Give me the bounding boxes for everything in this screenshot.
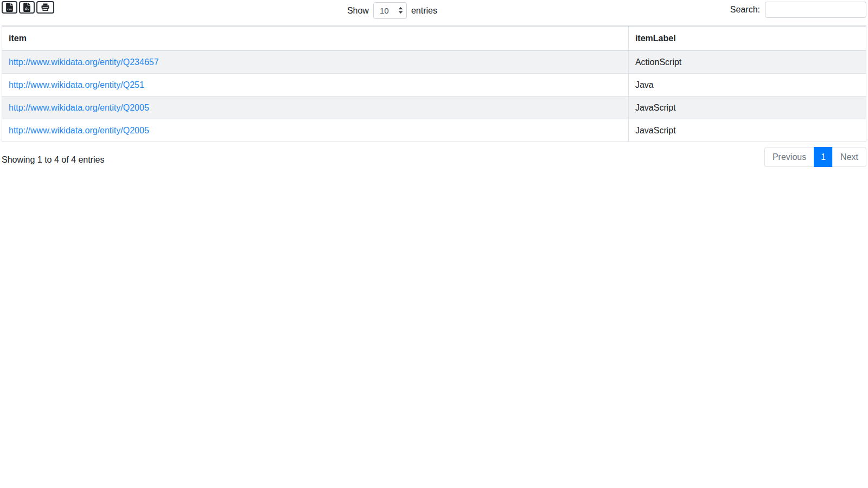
next-page-button[interactable]: Next: [832, 147, 866, 167]
table-row: http://www.wikidata.org/entity/Q2005Java…: [2, 119, 866, 142]
pdf-export-button[interactable]: [19, 1, 35, 14]
item-label-cell: ActionScript: [628, 50, 866, 74]
table-header: item itemLabel: [2, 26, 866, 50]
page-length-control: Show 10 entries: [54, 1, 730, 19]
search-label: Search:: [730, 5, 760, 15]
export-button-group: csv: [2, 1, 54, 14]
item-url-cell: http://www.wikidata.org/entity/Q2005: [2, 119, 629, 142]
print-button[interactable]: [36, 1, 54, 14]
print-icon: [41, 3, 50, 12]
item-url-cell: http://www.wikidata.org/entity/Q251: [2, 74, 629, 97]
item-url-link[interactable]: http://www.wikidata.org/entity/Q251: [9, 80, 144, 89]
item-label-cell: Java: [628, 74, 866, 97]
table-row: http://www.wikidata.org/entity/Q2005Java…: [2, 97, 866, 119]
table-row: http://www.wikidata.org/entity/Q234657Ac…: [2, 50, 866, 74]
item-url-link[interactable]: http://www.wikidata.org/entity/Q234657: [9, 57, 159, 67]
item-url-link[interactable]: http://www.wikidata.org/entity/Q2005: [9, 103, 149, 112]
file-pdf-icon: [23, 3, 30, 12]
column-header-item: item: [2, 26, 629, 50]
length-label-after: entries: [411, 6, 437, 16]
page-length-select[interactable]: 10: [373, 2, 407, 19]
datatable-wrapper: csv: [0, 0, 868, 167]
csv-export-button[interactable]: csv: [2, 1, 17, 14]
results-table: item itemLabel http://www.wikidata.org/e…: [2, 25, 866, 142]
table-header-row: item itemLabel: [2, 26, 866, 50]
table-footer: Showing 1 to 4 of 4 entries Previous 1 N…: [2, 147, 866, 167]
table-controls: csv: [2, 1, 866, 19]
item-url-link[interactable]: http://www.wikidata.org/entity/Q2005: [9, 126, 149, 135]
column-header-itemlabel: itemLabel: [628, 26, 866, 50]
entries-info-text: Showing 1 to 4 of 4 entries: [2, 150, 104, 165]
table-body: http://www.wikidata.org/entity/Q234657Ac…: [2, 50, 866, 142]
item-label-cell: JavaScript: [628, 97, 866, 119]
svg-text:csv: csv: [7, 8, 11, 11]
pagination: Previous 1 Next: [764, 147, 866, 167]
page-length-select-wrap: 10: [373, 2, 407, 19]
item-url-cell: http://www.wikidata.org/entity/Q2005: [2, 97, 629, 119]
search-control: Search:: [730, 1, 866, 18]
page-1-button[interactable]: 1: [814, 147, 833, 167]
search-input[interactable]: [765, 2, 866, 18]
length-label-before: Show: [347, 6, 369, 16]
file-csv-icon: csv: [6, 3, 13, 12]
item-label-cell: JavaScript: [628, 119, 866, 142]
previous-page-button[interactable]: Previous: [764, 147, 814, 167]
table-row: http://www.wikidata.org/entity/Q251Java: [2, 74, 866, 97]
item-url-cell: http://www.wikidata.org/entity/Q234657: [2, 50, 629, 74]
